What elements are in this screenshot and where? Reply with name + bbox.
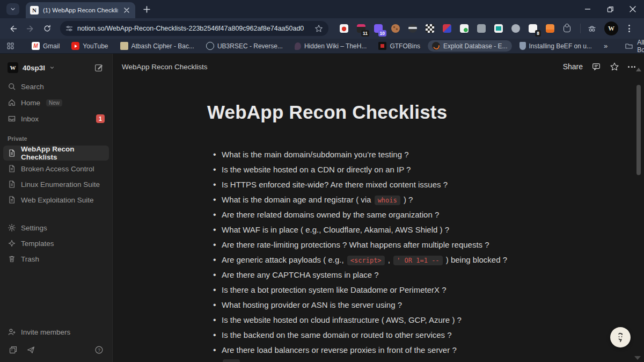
url-text[interactable]: notion.so/WebApp-Recon-Checklists-223b25… (77, 25, 310, 32)
chevron-down-icon (49, 65, 55, 70)
bookmark-item[interactable]: Installing BeEF on u... (515, 40, 596, 52)
sidebar-page-item[interactable]: Linux Enumeration Suite (3, 177, 109, 192)
help-icon[interactable]: ? (94, 345, 104, 354)
scroll-up-arrow[interactable] (636, 68, 641, 71)
checklist-item-text: Are generic attack payloads ( e.g., <scr… (222, 255, 507, 264)
sidebar-item-settings[interactable]: Settings (3, 220, 109, 235)
sidebar-item-search[interactable]: Search (3, 79, 109, 94)
page-title[interactable]: WebApp Recon Checklists (207, 100, 644, 125)
new-tab-button[interactable] (140, 2, 153, 16)
forward-button[interactable] (23, 21, 38, 36)
extension-icon[interactable] (560, 22, 574, 35)
checklist-item[interactable]: Are there any CAPTCHA systems in place ? (213, 267, 644, 283)
bookmark-item[interactable]: YouTube (67, 40, 112, 52)
checklist-item[interactable]: Are there load balancers or reverse prox… (213, 343, 644, 358)
profile-avatar[interactable]: W (604, 21, 618, 35)
checklist-item[interactable]: What WAF is in place ( e.g., Cloudflare,… (213, 222, 644, 237)
reload-button[interactable] (40, 21, 55, 36)
checklist-item[interactable]: Is the website hosted on a CDN or direct… (213, 162, 644, 177)
bookmark-star-icon[interactable] (314, 24, 323, 33)
browser-menu-button[interactable] (624, 21, 634, 35)
toolbar-divider (580, 24, 581, 33)
bookmark-item[interactable]: UB3RSEC - Reverse... (202, 40, 287, 52)
extension-icon[interactable] (457, 22, 471, 35)
extension-icon[interactable]: 8 (526, 22, 539, 35)
extension-icon[interactable] (474, 22, 488, 35)
breadcrumb[interactable]: WebApp Recon Checklists (122, 63, 208, 71)
tab-close-icon[interactable] (122, 6, 131, 15)
bookmark-label: Hidden Wiki – TheH... (304, 42, 367, 50)
checklist-item[interactable]: Is there a bot protection system like Da… (213, 283, 644, 298)
checklist-item-text: What hosting provider or ASN is the serv… (222, 300, 402, 309)
extension-icon[interactable] (509, 22, 522, 35)
extension-icon[interactable]: 10 (371, 22, 385, 35)
checklist-item[interactable]: What is the domain age and registrar ( v… (213, 192, 644, 207)
invite-person-icon (8, 328, 16, 336)
browser-tab[interactable]: N (1) WebApp Recon Checklists (26, 2, 135, 18)
checklist-item[interactable]: Are there related domains owned by the s… (213, 207, 644, 222)
sidebar-page-item[interactable]: WebApp Recon Checklists (3, 146, 109, 161)
tab-search-button[interactable] (6, 3, 19, 15)
checklist-item[interactable]: Is the website hosted on cloud infrastru… (213, 313, 644, 328)
minimize-button[interactable] (576, 0, 599, 18)
checklist-item[interactable] (213, 358, 644, 362)
restore-button[interactable] (599, 0, 621, 18)
sidebar-item-inbox[interactable]: Inbox 1 (3, 111, 109, 126)
close-button[interactable] (621, 0, 644, 18)
new-page-icon[interactable] (94, 63, 106, 73)
bookmark-item[interactable]: Gmail (27, 40, 64, 52)
checklist-item-text: Is HTTPS enforced site-wide? Are there m… (222, 180, 448, 189)
comments-icon[interactable] (591, 62, 601, 71)
sidebar-page-label: Broken Access Control (21, 165, 94, 173)
invite-members-button[interactable]: Invite members (3, 324, 109, 339)
checklist-item[interactable]: What hosting provider or ASN is the serv… (213, 298, 644, 313)
extension-icon[interactable] (389, 22, 402, 35)
sidebar-page-item[interactable]: Web Exploitation Suite (3, 192, 109, 207)
scroll-down-indicator[interactable] (634, 356, 641, 360)
send-plane-icon[interactable] (26, 345, 35, 354)
sidebar-page-item[interactable]: Broken Access Control (3, 161, 109, 176)
bookmark-item[interactable]: Exploit Database - E... (428, 40, 511, 52)
share-button[interactable]: Share (563, 62, 583, 71)
extension-icon[interactable] (423, 22, 436, 35)
checklist-item[interactable]: What is the main domain/subdomain you’re… (213, 147, 644, 162)
checklist-item[interactable]: Is the backend on the same domain or rou… (213, 328, 644, 343)
bookmark-item[interactable]: GTFOBins (374, 40, 425, 52)
calendar-icon[interactable] (9, 345, 18, 354)
sidebar: W 40sp3l Search Home (0, 54, 113, 362)
apps-grid-icon[interactable] (6, 42, 14, 50)
window-controls (576, 0, 644, 18)
address-bar[interactable]: notion.so/WebApp-Recon-Checklists-223b25… (60, 21, 328, 36)
sidebar-item-templates[interactable]: Templates (3, 236, 109, 251)
page-menu-icon[interactable] (628, 66, 635, 68)
incognito-hat-icon[interactable] (587, 24, 597, 33)
checklist-item[interactable]: Are there rate-limiting protections ? Wh… (213, 237, 644, 252)
inline-code: ' OR 1=1 -- (393, 256, 442, 265)
extension-icon[interactable]: 11 (354, 22, 368, 35)
scrollbar-thumb[interactable] (636, 85, 641, 175)
checklist-item-text: Are there any CAPTCHA systems in place ? (222, 270, 379, 279)
checklist-item-text: What is the domain age and registrar ( v… (222, 195, 413, 204)
site-settings-icon[interactable] (65, 25, 73, 32)
sidebar-item-trash[interactable]: Trash (3, 251, 109, 266)
extension-icon[interactable] (492, 22, 505, 35)
extension-icon[interactable] (440, 22, 453, 35)
bookmarks-overflow-chevron[interactable]: » (601, 42, 611, 50)
svg-text:?: ? (98, 347, 100, 353)
invite-members-label: Invite members (21, 328, 70, 336)
extension-icon[interactable] (543, 22, 557, 35)
bookmarks-bar: Gmail YouTube Atbash Cipher - Bac... UB3… (0, 39, 644, 54)
workspace-switcher[interactable]: W 40sp3l (0, 59, 112, 78)
extension-icon[interactable] (337, 22, 350, 35)
extension-icon[interactable] (406, 22, 419, 35)
bookmark-item[interactable]: Hidden Wiki – TheH... (290, 41, 371, 52)
all-bookmarks-button[interactable]: All Bookmarks (621, 39, 644, 54)
checklist-item[interactable]: Is HTTPS enforced site-wide? Are there m… (213, 177, 644, 192)
sidebar-item-home[interactable]: Home New (3, 95, 109, 110)
sidebar-item-label: Templates (21, 240, 54, 248)
checklist-item[interactable]: Are generic attack payloads ( e.g., <scr… (213, 252, 644, 267)
favorite-star-icon[interactable] (610, 62, 619, 71)
bookmark-item[interactable]: Atbash Cipher - Bac... (116, 40, 199, 52)
notion-ai-button[interactable] (610, 327, 631, 347)
back-button[interactable] (5, 21, 20, 36)
